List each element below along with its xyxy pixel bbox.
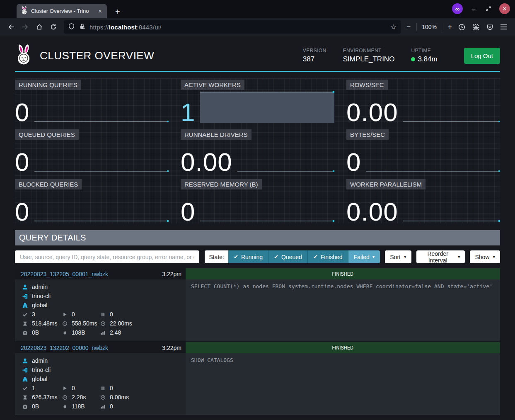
window-maximize-button[interactable] <box>484 5 493 13</box>
caret-down-icon: ▾ <box>404 255 406 259</box>
query-time: 3:22pm <box>162 271 181 277</box>
resource-group-road-icon <box>22 376 28 382</box>
caret-down-icon: ▾ <box>458 255 460 259</box>
pocket-icon[interactable] <box>483 20 497 34</box>
filter-running-button[interactable]: ✔ Running <box>228 250 268 263</box>
query-status-badge: FINISHED <box>186 268 500 279</box>
tile-rows-sec: ROWS/SEC 0.00 <box>346 78 500 124</box>
check-icon: ✔ <box>313 254 318 260</box>
version-meta: VERSION 387 <box>303 48 326 63</box>
browser-tab[interactable]: Cluster Overview - Trino × <box>17 4 107 18</box>
resource-group-road-icon <box>22 302 28 308</box>
query-id-link[interactable]: 20220823_132205_00001_nwbzk <box>21 271 108 277</box>
sparkline <box>403 78 500 124</box>
zoom-out-icon[interactable]: − <box>404 20 413 34</box>
caret-down-icon: ▾ <box>372 255 375 259</box>
bookmark-star-icon[interactable]: ☆ <box>390 23 397 32</box>
filter-failed-dropdown[interactable]: Failed ▾ <box>348 250 380 263</box>
browser-toolbar: https://localhost:8443/ui/ ☆ − 100% + <box>0 18 515 36</box>
browser-tab-bar: Cluster Overview - Trino × + ∞ <box>0 0 515 18</box>
query-row: 20220823_132205_00001_nwbzk 3:22pm FINIS… <box>15 268 500 341</box>
back-icon[interactable] <box>4 20 18 34</box>
source-sign-in-icon <box>22 293 28 299</box>
window-minimize-button[interactable] <box>469 5 478 13</box>
private-browsing-icon: ∞ <box>452 3 463 14</box>
filter-finished-button[interactable]: ✔ Finished <box>307 250 348 263</box>
query-status-badge: FINISHED <box>186 342 500 353</box>
home-icon[interactable] <box>32 20 46 34</box>
play-icon <box>61 312 68 317</box>
reorder-interval-dropdown[interactable]: Reorder Interval ▾ <box>416 250 465 263</box>
screenshot-icon[interactable] <box>469 20 483 34</box>
user-icon <box>22 284 28 290</box>
history-icon[interactable] <box>455 20 469 34</box>
check-icon: ✔ <box>274 254 278 260</box>
fire-icon <box>61 330 68 335</box>
zoom-in-icon[interactable]: + <box>445 20 455 34</box>
url-bar[interactable]: https://localhost:8443/ui/ ☆ <box>64 20 401 34</box>
tile-blocked-queries: BLOCKED QUERIES 0 <box>15 178 169 223</box>
sort-dropdown[interactable]: Sort ▾ <box>385 250 411 263</box>
new-tab-button[interactable]: + <box>113 7 123 16</box>
logout-button[interactable]: Log Out <box>464 48 500 64</box>
check-icon <box>22 312 28 317</box>
sparkline <box>237 128 334 174</box>
reload-icon[interactable] <box>46 20 60 34</box>
tab-close-icon[interactable]: × <box>97 7 103 15</box>
clock-icon <box>61 321 68 326</box>
query-stats-panel: admin trino-cli global 3 0 0 518.48ms 55… <box>15 279 186 341</box>
state-label: State: <box>205 250 228 263</box>
chart-icon <box>99 330 106 335</box>
tile-active-workers: ACTIVE WORKERS 1 <box>181 78 334 124</box>
page-title: CLUSTER OVERVIEW <box>40 49 154 62</box>
query-filters: State: ✔ Running ✔ Queued ✔ Finished Fai… <box>15 250 500 263</box>
window-close-button[interactable] <box>499 3 510 14</box>
query-time: 3:22pm <box>162 345 181 351</box>
clock-icon <box>61 395 68 400</box>
forward-icon[interactable] <box>18 20 32 34</box>
uptime-meta: UPTIME 3.84m <box>411 48 437 63</box>
query-sql-text: SELECT COUNT(*) as nodes FROM system.run… <box>186 279 500 341</box>
check-icon: ✔ <box>234 254 238 260</box>
hourglass-icon <box>22 321 28 326</box>
tile-reserved-memory: RESERVED MEMORY (B) 0 <box>181 178 334 223</box>
stats-grid: RUNNING QUERIES 0 ACTIVE WORKERS 1 ROWS/… <box>15 78 500 223</box>
scale-icon <box>22 404 28 409</box>
caret-down-icon: ▾ <box>493 255 495 259</box>
fire-icon <box>61 404 68 409</box>
source-sign-in-icon <box>22 367 28 373</box>
user-icon <box>22 358 28 364</box>
tracking-shield-icon[interactable] <box>68 23 75 32</box>
tile-running-queries: RUNNING QUERIES 0 <box>15 78 169 124</box>
menu-icon[interactable] <box>497 20 511 34</box>
pause-icon <box>99 312 106 317</box>
hourglass-icon <box>22 395 28 400</box>
app-header: CLUSTER OVERVIEW VERSION 387 ENVIRONMENT… <box>15 42 500 72</box>
chart-icon <box>99 404 106 409</box>
uptime-status-dot <box>411 57 415 61</box>
check-icon <box>22 386 28 391</box>
gauge-icon <box>99 321 106 326</box>
query-stats-panel: admin trino-cli global 1 0 0 626.37ms 2.… <box>15 353 186 415</box>
environment-meta: ENVIRONMENT SIMPLE_TRINO <box>343 48 395 63</box>
query-id-link[interactable]: 20220823_132202_00000_nwbzk <box>21 345 108 351</box>
pause-icon <box>99 386 106 391</box>
query-row: 20220823_132202_00000_nwbzk 3:22pm FINIS… <box>15 342 500 415</box>
zoom-level[interactable]: 100% <box>420 24 438 30</box>
filter-queued-button[interactable]: ✔ Queued <box>268 250 307 263</box>
scale-icon <box>22 330 28 335</box>
lock-warning-icon[interactable] <box>79 23 86 32</box>
query-details-header: QUERY DETAILS <box>15 230 500 245</box>
tile-worker-parallelism: WORKER PARALLELISM 0.00 <box>346 178 500 223</box>
tile-queued-queries: QUEUED QUERIES 0 <box>15 128 169 174</box>
tab-title: Cluster Overview - Trino <box>31 8 94 14</box>
favicon-trino-bunny <box>21 6 28 16</box>
gauge-icon <box>99 395 106 400</box>
query-sql-text: SHOW CATALOGS <box>186 353 500 415</box>
search-input[interactable] <box>15 250 199 263</box>
url-text: https://localhost:8443/ui/ <box>89 24 162 31</box>
play-icon <box>61 386 68 391</box>
show-dropdown[interactable]: Show ▾ <box>470 250 500 263</box>
tile-bytes-sec: BYTES/SEC 0 <box>346 128 500 174</box>
trino-logo[interactable] <box>15 44 32 67</box>
